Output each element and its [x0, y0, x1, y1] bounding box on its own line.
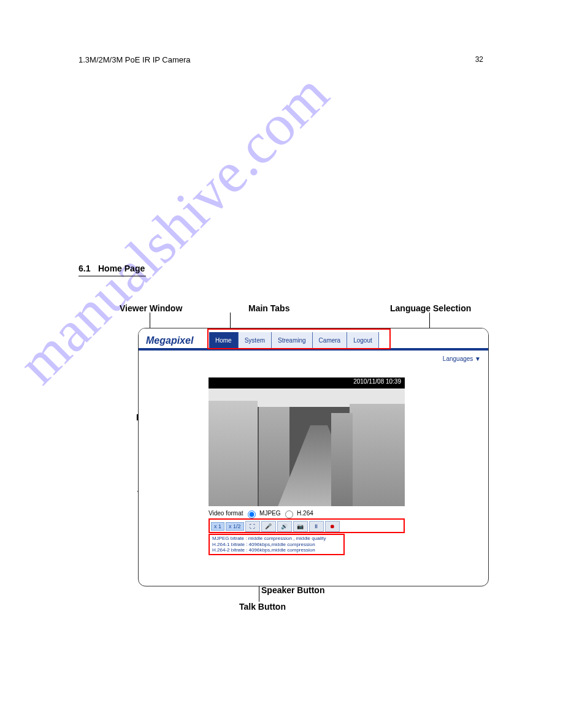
- info-line: H.264-2 bitrate : 4096kbps,middle compre…: [212, 547, 341, 553]
- page-number: 32: [475, 55, 483, 64]
- label-talk-button: Talk Button: [239, 602, 286, 612]
- video-format-label: Video format: [209, 510, 243, 517]
- label-speaker-button: Speaker Button: [261, 585, 324, 595]
- speaker-icon[interactable]: 🔊: [277, 521, 292, 532]
- section-number: 6.1: [79, 264, 90, 273]
- compression-info-box: MJPEG bitrate : middle compression , mid…: [209, 534, 345, 555]
- viewer-window: Megapixel Home System Streaming Camera L…: [138, 328, 489, 586]
- page-header: 1.3M/2M/3M PoE IR IP Camera: [79, 55, 191, 64]
- radio-h264-label: H.264: [297, 510, 313, 517]
- tab-logout[interactable]: Logout: [347, 332, 379, 348]
- radio-mjpeg-label: MJPEG: [259, 510, 280, 517]
- pause-icon[interactable]: ⏸: [309, 521, 324, 532]
- video-format-selection: Video format MJPEG H.264: [209, 506, 405, 518]
- video-feed: [209, 389, 405, 506]
- app-logo: Megapixel: [139, 333, 201, 348]
- tab-camera[interactable]: Camera: [313, 332, 348, 348]
- tab-system[interactable]: System: [239, 332, 272, 348]
- radio-mjpeg[interactable]: [248, 510, 256, 518]
- tab-streaming[interactable]: Streaming: [272, 332, 313, 348]
- section-underline: [79, 276, 146, 276]
- fullscreen-icon[interactable]: ⛶: [245, 521, 260, 532]
- info-line: H.264-1 bitrate : 4096kbps,middle compre…: [212, 542, 341, 548]
- zoom-x12-button[interactable]: x 1/2: [226, 522, 244, 531]
- label-main-tabs: Main Tabs: [248, 303, 289, 313]
- language-dropdown[interactable]: Languages ▼: [443, 355, 481, 362]
- info-line: MJPEG bitrate : middle compression , mid…: [212, 536, 341, 542]
- tab-home[interactable]: Home: [209, 332, 239, 348]
- zoom-x1-button[interactable]: x 1: [211, 522, 224, 531]
- section-title: Home Page: [98, 264, 145, 273]
- label-viewer-window: Viewer Window: [120, 303, 182, 313]
- document-page: 1.3M/2M/3M PoE IR IP Camera 32 manualshi…: [0, 0, 563, 728]
- snapshot-icon[interactable]: 📷: [293, 521, 308, 532]
- main-tabs: Home System Streaming Camera Logout: [209, 328, 379, 348]
- record-icon[interactable]: ⏺: [325, 521, 340, 532]
- talk-icon[interactable]: 🎤: [261, 521, 276, 532]
- label-language-selection: Language Selection: [390, 303, 471, 313]
- time-display: 2010/11/08 10:39: [209, 377, 405, 389]
- radio-h264[interactable]: [285, 510, 293, 518]
- controls-highlight: x 1 x 1/2 ⛶ 🎤 🔊 📷 ⏸ ⏺: [209, 518, 405, 533]
- live-video-pane: 2010/11/08 10:39 Video format MJPEG H.26…: [209, 377, 405, 555]
